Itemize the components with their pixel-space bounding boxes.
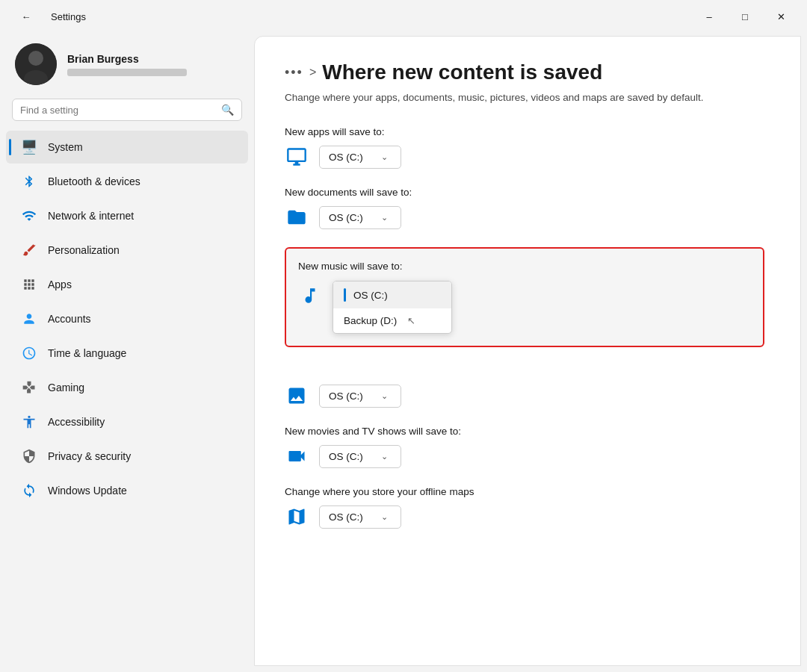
window-controls: – □ ✕ [692,4,798,28]
user-name: Brian Burgess [67,53,187,65]
sidebar-label-gaming: Gaming [48,382,84,393]
search-box[interactable]: 🔍 [12,99,242,121]
avatar [15,43,57,85]
gaming-icon [21,379,37,396]
movies-setting-row: New movies and TV shows will save to: OS… [285,426,764,468]
sidebar-item-windows-update[interactable]: Windows Update [6,474,248,507]
sidebar-item-gaming[interactable]: Gaming [6,371,248,404]
sidebar-item-accounts[interactable]: Accounts [6,302,248,335]
page-description: Change where your apps, documents, music… [285,90,764,105]
user-section: Brian Burgess [0,30,254,96]
movies-setting-label: New movies and TV shows will save to: [285,426,764,437]
music-option-backup[interactable]: Backup (D:) ↖ [333,308,451,333]
sidebar-item-bluetooth[interactable]: Bluetooth & devices [6,165,248,198]
documents-dropdown-chevron: ⌄ [381,213,388,223]
music-option-osc[interactable]: OS (C:) [333,281,451,308]
sidebar-label-accounts: Accounts [48,313,91,325]
title-bar-left: ← Settings [9,4,86,28]
maps-dropdown-value: OS (C:) [329,511,363,523]
apps-setting-label: New apps will save to: [285,126,764,137]
breadcrumb-separator: > [309,66,316,79]
documents-setting-icon [285,205,309,229]
breadcrumb: ••• > Where new content is saved [285,60,764,84]
movies-dropdown-value: OS (C:) [329,451,363,462]
movies-setting-icon [285,444,309,468]
music-setting-icon [298,284,322,308]
sidebar-label-time: Time & language [48,347,126,359]
maximize-button[interactable]: □ [728,4,762,28]
documents-dropdown[interactable]: OS (C:) ⌄ [319,206,401,229]
minimize-button[interactable]: – [692,4,726,28]
movies-dropdown[interactable]: OS (C:) ⌄ [319,445,401,468]
pictures-dropdown-value: OS (C:) [329,391,363,402]
apps-dropdown[interactable]: OS (C:) ⌄ [319,146,401,169]
content-area: ••• > Where new content is saved Change … [254,36,801,666]
pictures-setting-row: pictures will save to: OS (C:) ⌄ [285,365,764,408]
back-button[interactable]: ← [9,4,43,28]
sidebar-item-time[interactable]: Time & language [6,337,248,370]
close-button[interactable]: ✕ [764,4,798,28]
user-email-redacted [67,69,187,76]
maps-dropdown-chevron: ⌄ [381,512,388,522]
sidebar-label-privacy: Privacy & security [48,450,131,462]
windows-update-icon [21,482,37,499]
sidebar-item-apps[interactable]: Apps [6,268,248,301]
apps-dropdown-chevron: ⌄ [381,152,388,162]
privacy-icon [21,448,37,464]
sidebar-label-personalization: Personalization [48,244,120,256]
bluetooth-icon [21,173,37,190]
documents-setting-label: New documents will save to: [285,187,764,198]
sidebar: Brian Burgess 🔍 🖥️ System Bluetooth & de… [0,30,254,672]
personalization-icon [21,242,37,258]
music-setting-row: New music will save to: OS (C:) Backup (… [285,247,764,347]
app-title: Settings [51,11,86,22]
documents-setting-row: New documents will save to: OS (C:) ⌄ [285,187,764,229]
sidebar-item-personalization[interactable]: Personalization [6,234,248,267]
apps-setting-icon [285,145,309,169]
app-body: Brian Burgess 🔍 🖥️ System Bluetooth & de… [0,30,807,672]
maps-setting-row: Change where you store your offline maps… [285,486,764,529]
music-setting-control: OS (C:) Backup (D:) ↖ [298,281,751,334]
music-dropdown-open: OS (C:) Backup (D:) ↖ [333,281,452,334]
maps-setting-icon [285,505,309,529]
breadcrumb-more[interactable]: ••• [285,65,303,81]
maps-dropdown[interactable]: OS (C:) ⌄ [319,505,401,529]
sidebar-item-network[interactable]: Network & internet [6,199,248,232]
sidebar-item-system[interactable]: 🖥️ System [6,131,248,164]
svg-point-1 [28,51,43,66]
sidebar-label-network: Network & internet [48,210,134,222]
pictures-setting-icon [285,384,309,408]
pictures-dropdown[interactable]: OS (C:) ⌄ [319,385,401,408]
title-bar: ← Settings – □ ✕ [0,0,807,30]
apps-setting-control: OS (C:) ⌄ [285,145,764,169]
apps-setting-row: New apps will save to: OS (C:) ⌄ [285,126,764,169]
page-title: Where new content is saved [322,60,602,84]
sidebar-label-accessibility: Accessibility [48,416,105,428]
network-icon [21,208,37,224]
movies-setting-control: OS (C:) ⌄ [285,444,764,468]
search-icon: 🔍 [221,104,234,116]
maps-setting-control: OS (C:) ⌄ [285,505,764,529]
sidebar-item-privacy[interactable]: Privacy & security [6,440,248,473]
accessibility-icon [21,414,37,430]
accounts-icon [21,311,37,327]
time-icon [21,345,37,361]
sidebar-label-windows-update: Windows Update [48,485,127,497]
pictures-dropdown-chevron: ⌄ [381,391,388,401]
system-icon: 🖥️ [21,139,37,155]
search-input[interactable] [20,105,215,116]
documents-dropdown-value: OS (C:) [329,212,363,223]
sidebar-label-apps: Apps [48,279,72,290]
music-setting-label: New music will save to: [298,261,751,272]
pictures-setting-control: OS (C:) ⌄ [285,384,764,408]
documents-setting-control: OS (C:) ⌄ [285,205,764,229]
sidebar-label-system: System [48,141,83,153]
sidebar-label-bluetooth: Bluetooth & devices [48,175,140,187]
movies-dropdown-chevron: ⌄ [381,452,388,461]
apps-dropdown-value: OS (C:) [329,152,363,163]
maps-setting-label: Change where you store your offline maps [285,486,764,497]
apps-icon [21,276,37,293]
user-info: Brian Burgess [67,53,187,76]
sidebar-item-accessibility[interactable]: Accessibility [6,405,248,438]
cursor-indicator: ↖ [407,315,415,326]
